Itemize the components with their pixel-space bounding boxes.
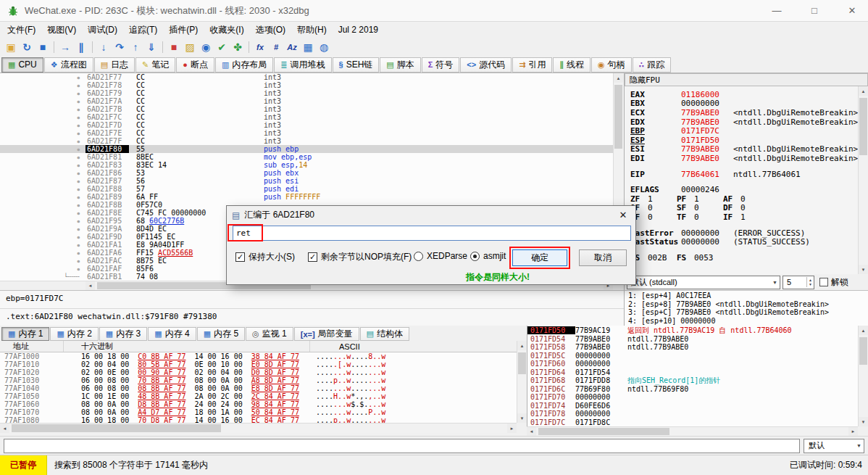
dump-row[interactable]: 77AF103006 00 08 0070 8B AF 7708 00 0A 0… [0,376,517,384]
register-row[interactable]: EBX00000000 [630,99,868,109]
register-row[interactable]: LastStatus00000000(STATUS_SUCCESS) [630,237,868,247]
scroll-thumb[interactable] [859,98,867,155]
tab-memory-map[interactable]: ▥内存布局 [215,57,273,73]
stack-row[interactable]: 0171FD5077B9AC19返回到 ntdll.77B9AC19 自 ntd… [527,326,858,335]
command-input[interactable] [4,439,800,453]
register-row[interactable]: ECX77B9ABE0<ntdll.DbgUiRemoteBreakin> [630,108,868,117]
stack-row[interactable]: 0171FD5877B9ABE0ntdll.77B9ABE0 [527,343,858,352]
register-row[interactable]: OF0SF0DF0 [630,204,868,213]
tab-breakpoints[interactable]: ●断点 [176,57,214,73]
scroll-down-icon[interactable]: ▼ [859,265,868,274]
stack-arg-row[interactable]: 2: [esp+8] 77B9ABE0 <ntdll.DbgUiRemoteBr… [625,300,868,309]
cd-icon[interactable]: ◉ [198,39,214,55]
scroll-thumb[interactable] [538,428,669,435]
tab-memory-5[interactable]: ▦内存 5 [197,327,245,341]
disasm-row[interactable]: ●6AD21F8857push edi [0,185,613,193]
stack-row[interactable]: 0171FD5C00000000 [527,352,858,360]
register-row[interactable]: LastError00000000(ERROR_SUCCESS) [630,228,868,238]
disasm-row[interactable]: ●6AD21F8653push ebx [0,169,613,177]
scroll-up-icon[interactable]: ▲ [517,341,527,350]
scroll-track[interactable] [859,96,868,265]
restart-icon[interactable]: ↻ [19,39,35,55]
tab-script[interactable]: ▤脚本 [380,57,420,73]
dump-row[interactable]: 77AF100016 00 18 00C0 8B AF 7714 00 16 0… [0,352,517,360]
az-icon[interactable]: Az [284,39,300,55]
disasm-row[interactable]: ●6AD21F7BCCint3 [0,105,613,113]
register-row[interactable]: EIP77B64061ntdll.77B64061 [630,170,868,179]
maximize-button[interactable]: □ [798,0,830,22]
tab-threads[interactable]: ∥线程 [553,57,591,73]
tab-call-stack[interactable]: ≣调用堆栈 [274,57,331,73]
scroll-track[interactable] [517,350,527,413]
dump-row[interactable]: 77AF106008 00 0A 00D8 8B AF 7724 00 24 0… [0,400,517,408]
horizontal-scrollbar[interactable]: ◄► [527,426,858,436]
calling-convention-select[interactable]: 默认 (stdcall) ▼ [627,276,780,289]
step-into-icon[interactable]: ↓ [96,39,112,55]
hash-icon[interactable]: # [268,39,284,55]
register-row[interactable]: EDI77B9ABE0<ntdll.DbgUiRemoteBreakin> [630,154,868,163]
menu-item-1[interactable]: 视图(V) [41,22,82,38]
vertical-scrollbar[interactable]: ▲▼ [858,86,868,274]
tab-handles[interactable]: ◉句柄 [591,57,632,73]
pause-icon[interactable]: ∥ [73,39,89,55]
scroll-up-icon[interactable]: ▲ [614,73,623,83]
menu-item-0[interactable]: 文件(F) [1,22,41,38]
disasm-row[interactable]: ●6AD21F7DCCint3 [0,121,613,129]
spinner-arrows-icon[interactable]: ▲▼ [806,277,814,287]
disasm-row[interactable]: ●6AD21F78CCint3 [0,81,613,89]
tab-watch-1[interactable]: ◎监视 1 [246,327,293,341]
globe-icon[interactable]: ◍ [316,39,332,55]
command-script-combo[interactable]: 默认 ▼ [804,439,864,453]
scroll-track[interactable] [536,427,848,436]
fx-icon[interactable]: fx [252,39,268,55]
vertical-scrollbar[interactable]: ▲▼ [858,326,868,426]
scroll-right-icon[interactable]: ► [848,427,858,436]
scroll-down-icon[interactable]: ▼ [517,413,527,423]
scroll-down-icon[interactable]: ▼ [859,417,868,426]
scroll-thumb[interactable] [518,352,526,374]
stack-arg-row[interactable]: 1: [esp+4] A0C17EEA [625,292,868,300]
tab-log[interactable]: ▤日志 [94,57,135,73]
menu-item-6[interactable]: 选项(O) [250,22,291,38]
register-row[interactable]: EDX77B9ABE0<ntdll.DbgUiRemoteBreakin> [630,117,868,127]
scroll-left-icon[interactable]: ◄ [0,424,9,433]
scroll-right-icon[interactable]: ► [507,424,517,433]
disasm-row[interactable]: ●6AD21F77CCint3 [0,73,613,81]
disasm-row[interactable]: ●6AD21F8055push ebp [0,145,613,153]
ok-button[interactable]: 确定 [512,249,567,266]
hide-fpu-button[interactable]: 隐藏FPU [625,73,868,86]
tab-seh[interactable]: §SEH链 [333,57,380,73]
scroll-up-icon[interactable]: ▲ [859,326,868,335]
tab-memory-3[interactable]: ▦内存 3 [99,327,147,341]
menu-item-3[interactable]: 追踪(T) [123,22,163,38]
scroll-left-icon[interactable]: ◄ [527,427,536,436]
asmjit-radio[interactable]: asmjit [470,251,506,261]
run-to-user-icon[interactable]: ⇓ [143,39,159,55]
disasm-row[interactable]: ●6AD21F7ECCint3 [0,129,613,137]
stack-row[interactable]: 0171FD7000000000 [527,393,858,402]
scroll-track[interactable] [9,424,507,433]
dump-row[interactable]: 77AF104006 00 08 0008 8B AF 7708 00 0A 0… [0,384,517,392]
scroll-thumb[interactable] [12,424,221,432]
dump-row[interactable]: 77AF108016 00 18 0070 D8 AF 7714 00 16 0… [0,416,517,423]
assemble-instruction-input[interactable] [233,226,631,241]
fill-nop-checkbox[interactable]: 剩余字节以NOP填充(F) [308,251,412,263]
check-icon[interactable]: ✔ [214,39,230,55]
disasm-row[interactable]: ●6AD21F79CCint3 [0,89,613,97]
stack-arg-row[interactable]: 3: [esp+C] 77B9ABE0 <ntdll.DbgUiRemoteBr… [625,308,868,317]
scroll-thumb[interactable] [859,337,867,365]
dump-row[interactable]: 77AF10501C 00 1E 0048 8B AF 772A 00 2C 0… [0,392,517,400]
disasm-row[interactable]: ●6AD21F818BECmov ebp,esp [0,153,613,161]
stack-row[interactable]: 0171FD6000000000 [527,360,858,368]
tab-memory-1[interactable]: ▦内存 1 [1,327,49,341]
register-row[interactable]: CF0TF0IF1 [630,212,868,222]
scroll-up-icon[interactable]: ▲ [859,86,868,96]
xedparse-radio[interactable]: XEDParse [414,251,467,261]
disasm-row[interactable]: ●6AD21F7FCCint3 [0,137,613,145]
menu-item-4[interactable]: 插件(P) [163,22,204,38]
register-row[interactable]: ZF1PF1AF0 [630,194,868,204]
stack-row[interactable]: 0171FD6C77B69F80ntdll.77B69F80 [527,385,858,394]
stop-icon[interactable]: ■ [35,39,51,55]
stack-row[interactable]: 0171FD680171FDD8指向SEH_Record[1]的指针 [527,376,858,385]
tab-notes[interactable]: ✎笔记 [135,57,175,73]
